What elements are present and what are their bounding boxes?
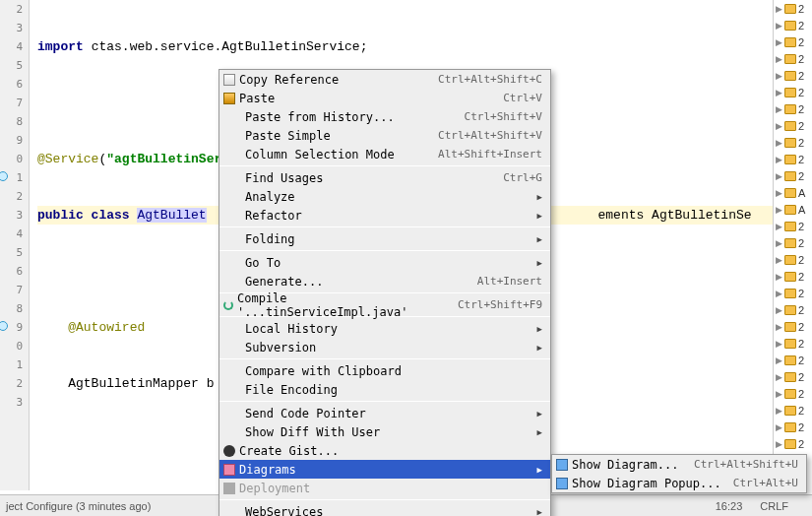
menu-item-subversion[interactable]: Subversion▶ [219, 338, 550, 356]
project-tree-item[interactable]: ▶2 [774, 117, 812, 134]
status-line-ending[interactable]: CRLF [760, 500, 788, 512]
menu-item-compile-tinserviceimpl-java[interactable]: Compile '...tinServiceImpl.java'Ctrl+Shi… [219, 295, 550, 314]
expand-arrow-icon[interactable]: ▶ [776, 255, 782, 265]
menu-item-paste-from-history[interactable]: Paste from History...Ctrl+Shift+V [219, 107, 550, 126]
gutter-line[interactable]: 3 [0, 393, 23, 412]
project-tree-item[interactable]: ▶A [774, 184, 812, 201]
project-tree-item[interactable]: ▶2 [774, 84, 812, 100]
expand-arrow-icon[interactable]: ▶ [776, 289, 782, 298]
menu-item-compare-with-clipboard[interactable]: Compare with Clipboard [219, 361, 550, 380]
project-tree-item[interactable]: ▶2 [774, 0, 812, 17]
project-tree-item[interactable]: ▶2 [774, 33, 812, 50]
gutter-line[interactable]: 1 [0, 168, 23, 187]
gutter-line[interactable]: 9 [0, 131, 23, 150]
gutter-line[interactable]: 8 [0, 299, 23, 318]
project-tree-item[interactable]: ▶2 [774, 167, 812, 184]
expand-arrow-icon[interactable]: ▶ [776, 205, 782, 215]
gutter-line[interactable]: 1 [0, 355, 23, 374]
gutter-line[interactable]: 5 [0, 56, 23, 75]
menu-item-column-selection-mode[interactable]: Column Selection ModeAlt+Shift+Insert [219, 145, 550, 163]
submenu-item-show-diagram[interactable]: Show Diagram...Ctrl+Alt+Shift+U [552, 455, 806, 474]
menu-item-diagrams[interactable]: Diagrams▶ [219, 460, 550, 479]
expand-arrow-icon[interactable]: ▶ [776, 355, 782, 365]
implements-marker-icon[interactable] [0, 321, 8, 331]
gutter-line[interactable]: 0 [0, 337, 23, 355]
expand-arrow-icon[interactable]: ▶ [776, 222, 782, 231]
expand-arrow-icon[interactable]: ▶ [776, 54, 782, 64]
expand-arrow-icon[interactable]: ▶ [776, 439, 782, 449]
project-tree-item[interactable]: ▶2 [774, 67, 812, 84]
gutter-line[interactable]: 0 [0, 150, 23, 168]
project-tree-item[interactable]: ▶A [774, 201, 812, 218]
expand-arrow-icon[interactable]: ▶ [776, 272, 782, 282]
expand-arrow-icon[interactable]: ▶ [776, 37, 782, 47]
expand-arrow-icon[interactable]: ▶ [776, 305, 782, 315]
gutter-line[interactable]: 2 [0, 187, 23, 206]
project-tree-item[interactable]: ▶2 [774, 402, 812, 419]
menu-item-paste-simple[interactable]: Paste SimpleCtrl+Alt+Shift+V [219, 126, 550, 145]
project-tree-item[interactable]: ▶2 [774, 218, 812, 234]
project-tree-item[interactable]: ▶2 [774, 134, 812, 151]
gutter-line[interactable]: 8 [0, 112, 23, 131]
expand-arrow-icon[interactable]: ▶ [776, 71, 782, 81]
project-tree-item[interactable]: ▶2 [774, 419, 812, 435]
menu-item-create-gist[interactable]: Create Gist... [219, 441, 550, 460]
menu-item-webservices[interactable]: WebServices▶ [219, 502, 550, 516]
project-tree-item[interactable]: ▶2 [774, 318, 812, 335]
project-tree-item[interactable]: ▶2 [774, 50, 812, 67]
gutter-line[interactable]: 2 [0, 0, 23, 19]
expand-arrow-icon[interactable]: ▶ [776, 322, 782, 332]
expand-arrow-icon[interactable]: ▶ [776, 188, 782, 198]
menu-item-generate[interactable]: Generate...Alt+Insert [219, 272, 550, 290]
gutter-line[interactable]: 3 [0, 206, 23, 225]
gutter-line[interactable]: 7 [0, 281, 23, 299]
gutter-line[interactable]: 4 [0, 225, 23, 243]
selected-classname[interactable]: AgtBullet [137, 208, 206, 223]
gutter-line[interactable]: 6 [0, 262, 23, 281]
gutter-line[interactable]: 7 [0, 94, 23, 112]
submenu-item-show-diagram-popup[interactable]: Show Diagram Popup...Ctrl+Alt+U [552, 474, 806, 492]
expand-arrow-icon[interactable]: ▶ [776, 406, 782, 416]
gutter-line[interactable]: 9 [0, 318, 23, 337]
expand-arrow-icon[interactable]: ▶ [776, 422, 782, 432]
project-tree-item[interactable]: ▶2 [774, 385, 812, 402]
menu-item-send-code-pointer[interactable]: Send Code Pointer▶ [219, 404, 550, 422]
project-tree-item[interactable]: ▶2 [774, 301, 812, 318]
menu-item-file-encoding[interactable]: File Encoding [219, 380, 550, 399]
gutter-line[interactable]: 6 [0, 75, 23, 94]
project-tree-item[interactable]: ▶2 [774, 285, 812, 301]
menu-item-paste[interactable]: PasteCtrl+V [219, 89, 550, 107]
project-tree-item[interactable]: ▶2 [774, 234, 812, 251]
expand-arrow-icon[interactable]: ▶ [776, 339, 782, 349]
menu-item-show-diff-with-user[interactable]: Show Diff With User▶ [219, 422, 550, 441]
expand-arrow-icon[interactable]: ▶ [776, 88, 782, 97]
project-tree-item[interactable]: ▶2 [774, 100, 812, 117]
menu-item-local-history[interactable]: Local History▶ [219, 319, 550, 338]
menu-item-find-usages[interactable]: Find UsagesCtrl+G [219, 168, 550, 187]
expand-arrow-icon[interactable]: ▶ [776, 238, 782, 248]
project-panel[interactable]: ▶2▶2▶2▶2▶2▶2▶2▶2▶2▶2▶2▶A▶A▶2▶2▶2▶2▶2▶2▶2… [773, 0, 812, 490]
expand-arrow-icon[interactable]: ▶ [776, 21, 782, 31]
project-tree-item[interactable]: ▶2 [774, 17, 812, 33]
menu-item-folding[interactable]: Folding▶ [219, 229, 550, 248]
expand-arrow-icon[interactable]: ▶ [776, 389, 782, 399]
expand-arrow-icon[interactable]: ▶ [776, 104, 782, 114]
expand-arrow-icon[interactable]: ▶ [776, 372, 782, 382]
expand-arrow-icon[interactable]: ▶ [776, 155, 782, 164]
expand-arrow-icon[interactable]: ▶ [776, 121, 782, 131]
project-tree-item[interactable]: ▶2 [774, 335, 812, 352]
menu-item-analyze[interactable]: Analyze▶ [219, 187, 550, 206]
project-tree-item[interactable]: ▶2 [774, 435, 812, 452]
gutter-line[interactable]: 4 [0, 37, 23, 56]
expand-arrow-icon[interactable]: ▶ [776, 138, 782, 148]
menu-item-refactor[interactable]: Refactor▶ [219, 206, 550, 225]
project-tree-item[interactable]: ▶2 [774, 368, 812, 385]
gutter-line[interactable]: 3 [0, 19, 23, 37]
expand-arrow-icon[interactable]: ▶ [776, 171, 782, 181]
project-tree-item[interactable]: ▶2 [774, 352, 812, 368]
gutter-line[interactable]: 2 [0, 374, 23, 393]
menu-item-go-to[interactable]: Go To▶ [219, 253, 550, 272]
gutter-line[interactable]: 5 [0, 243, 23, 262]
implements-marker-icon[interactable] [0, 171, 8, 181]
project-tree-item[interactable]: ▶2 [774, 268, 812, 285]
